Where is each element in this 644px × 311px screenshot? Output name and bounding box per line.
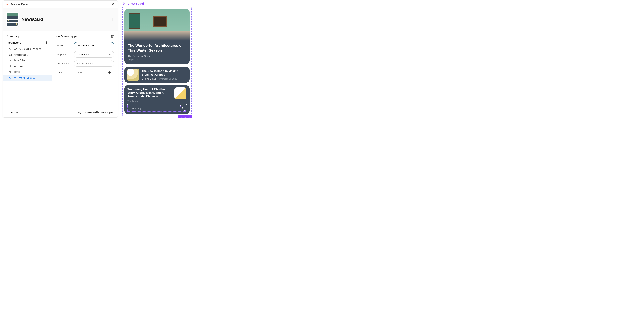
parameters-header: Parameters — [3, 41, 52, 46]
more-menu-button[interactable] — [110, 17, 114, 21]
hero-body: The Wonderful Architectures of This Wint… — [124, 40, 190, 64]
layer-value: menu — [77, 71, 83, 74]
small-headline: The New Method to Making Breakfast Crepe… — [142, 69, 187, 76]
third-time: 4 hours ago — [129, 107, 142, 110]
small-thumbnail — [127, 68, 139, 81]
svg-point-8 — [80, 111, 81, 112]
text-icon — [9, 70, 12, 74]
menu-icon-selected[interactable] — [180, 106, 185, 110]
svg-rect-10 — [123, 2, 124, 4]
target-layer-button[interactable] — [108, 70, 111, 74]
tap-icon — [9, 76, 12, 79]
svg-point-7 — [79, 112, 79, 113]
param-row-on-Menu-tapped[interactable]: on Menu tapped — [3, 75, 52, 80]
description-label: Description — [56, 62, 71, 65]
detail-header: on Menu tapped — [56, 34, 114, 38]
panel-title-bar: Relay for Figma — [3, 0, 118, 8]
param-label: on NewsCard tapped — [14, 48, 42, 51]
share-label: Share with developer — [84, 110, 114, 114]
third-author: The Bees — [128, 100, 172, 102]
panel-title: Relay for Figma — [10, 3, 109, 6]
component-thumbnail — [6, 12, 18, 27]
param-label: date — [14, 70, 20, 74]
component-name: NewsCard — [22, 17, 43, 22]
image-icon — [9, 53, 12, 56]
param-label: on Menu tapped — [14, 76, 36, 79]
property-select[interactable]: tap-handler — [74, 51, 114, 58]
hero-author: The Seasonal Sagas — [128, 54, 186, 57]
field-property: Property tap-handler — [56, 51, 114, 58]
property-label: Property — [56, 53, 71, 56]
param-row-on-NewsCard-tapped[interactable]: on NewsCard tapped — [3, 46, 52, 52]
hero-headline: The Wonderful Architectures of This Wint… — [128, 43, 186, 53]
chevron-down-icon — [109, 53, 111, 56]
add-parameter-button[interactable] — [45, 41, 48, 44]
svg-point-16 — [182, 108, 183, 109]
param-label: thumbnail — [14, 53, 28, 56]
svg-point-14 — [182, 107, 183, 108]
small-date: November 10, 2021 — [158, 78, 177, 80]
share-icon — [78, 111, 82, 114]
param-row-author[interactable]: author — [3, 64, 52, 69]
third-card[interactable]: Wondering Hour: A Childhood Story, Grizz… — [124, 85, 190, 114]
sidebar: Summary Parameters on NewsCard tappedthu… — [3, 31, 52, 107]
svg-point-15 — [182, 108, 183, 108]
small-author: Morning Break — [142, 78, 156, 80]
share-button[interactable]: Share with developer — [78, 110, 114, 114]
parameters-label: Parameters — [6, 41, 21, 44]
third-thumbnail — [174, 88, 186, 100]
summary-heading: Summary — [3, 35, 52, 41]
newscard-frame[interactable]: The Wonderful Architectures of This Wint… — [122, 7, 192, 116]
parameters-list: on NewsCard tappedthumbnailheadlineautho… — [3, 46, 52, 80]
field-description: Description — [56, 60, 114, 66]
frame-label[interactable]: NewsCard — [122, 2, 192, 6]
svg-point-9 — [80, 113, 81, 114]
close-button[interactable] — [111, 2, 115, 6]
component-header: NewsCard — [3, 8, 118, 31]
param-row-date[interactable]: date — [3, 69, 52, 75]
small-body: The New Method to Making Breakfast Crepe… — [142, 69, 187, 80]
frame-name: NewsCard — [127, 2, 144, 6]
layer-label: Layer — [56, 71, 71, 74]
name-label: Name — [56, 44, 71, 47]
dimensions-badge: 24 × 24 — [178, 116, 192, 118]
detail-pane: on Menu tapped Name Property tap-handler — [52, 31, 118, 107]
status-text: No errors — [6, 111, 18, 114]
layer-value-row: menu — [74, 69, 114, 76]
delete-button[interactable] — [110, 34, 114, 38]
detail-title: on Menu tapped — [56, 34, 79, 38]
param-row-thumbnail[interactable]: thumbnail — [3, 52, 52, 58]
panel-footer: No errors Share with developer — [3, 107, 118, 118]
svg-point-1 — [112, 19, 112, 20]
param-row-headline[interactable]: headline — [3, 58, 52, 64]
param-label: headline — [14, 59, 26, 62]
svg-point-0 — [112, 18, 112, 18]
svg-rect-12 — [124, 3, 125, 4]
description-input[interactable] — [77, 62, 111, 65]
field-name: Name — [56, 42, 114, 48]
tap-icon — [9, 48, 12, 51]
hero-image — [124, 9, 190, 40]
svg-rect-13 — [123, 4, 124, 5]
svg-point-4 — [10, 54, 10, 55]
svg-rect-11 — [122, 3, 124, 4]
hero-card[interactable]: The Wonderful Architectures of This Wint… — [124, 9, 190, 64]
component-icon — [122, 2, 126, 5]
field-layer: Layer menu — [56, 69, 114, 76]
name-input-wrapper[interactable] — [74, 42, 114, 48]
text-icon — [9, 65, 12, 68]
figma-canvas: NewsCard The Wonderful Architectures of … — [122, 0, 192, 118]
panel-body: Summary Parameters on NewsCard tappedthu… — [3, 31, 118, 107]
svg-point-6 — [109, 72, 110, 73]
hero-date: August 25, 2021 — [128, 58, 186, 61]
text-icon — [9, 59, 12, 62]
param-label: author — [14, 65, 23, 68]
selected-layer-outline[interactable]: 4 hours ago — [128, 104, 186, 112]
small-card[interactable]: The New Method to Making Breakfast Crepe… — [124, 66, 190, 83]
svg-point-2 — [112, 20, 112, 20]
relay-panel: Relay for Figma NewsCard Summary Paramet… — [3, 0, 118, 118]
description-input-wrapper[interactable] — [74, 60, 114, 66]
third-headline: Wondering Hour: A Childhood Story, Grizz… — [128, 88, 172, 98]
name-input[interactable] — [77, 44, 111, 47]
property-value: tap-handler — [77, 53, 90, 56]
